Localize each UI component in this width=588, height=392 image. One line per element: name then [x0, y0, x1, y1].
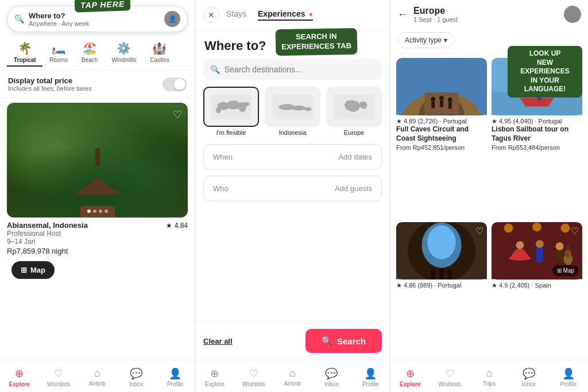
destination-search-bar[interactable]: 🔍 — [203, 59, 382, 80]
exp-rating-2: ★ 4.95 (4,040) · Portugal — [492, 118, 582, 125]
clear-all-button[interactable]: Clear all — [203, 337, 233, 346]
when-label: When — [213, 153, 233, 161]
when-value: Add dates — [338, 153, 372, 161]
svg-point-35 — [447, 269, 453, 275]
svg-point-31 — [430, 269, 436, 275]
wishlist-heart-4[interactable]: ♡ — [571, 226, 579, 236]
region-indonesia-label: Indonesia — [265, 129, 320, 136]
p3-explore-icon: ⊕ — [406, 367, 415, 380]
category-castles[interactable]: 🏰 Castles — [143, 39, 176, 67]
who-label: Who — [213, 184, 229, 193]
svg-point-8 — [292, 106, 306, 110]
panel3-bottom-nav: ⊕ Explore ♡ Wishlists ⌂ Trips 💬 Inbox 👤 … — [390, 360, 588, 392]
exp-image-3 — [396, 222, 487, 280]
tab-stays[interactable]: Stays — [226, 9, 246, 21]
map-button[interactable]: ⊞ Map — [11, 261, 55, 279]
beach-icon: 🏖️ — [83, 41, 97, 55]
search-btn-icon: 🔍 — [322, 336, 332, 346]
price-toggle-row: Display total price Includes all fees, b… — [0, 71, 195, 98]
p2-nav-inbox-label: Inbox — [324, 381, 338, 387]
price-toggle-switch[interactable] — [163, 77, 187, 91]
search-bottom-bar: Clear all 🔍 Search — [195, 321, 390, 360]
toggle-text: Display total price Includes all fees, b… — [8, 76, 92, 92]
p3-nav-wishlists[interactable]: ♡ Wishlists — [430, 365, 470, 390]
p2-nav-profile[interactable]: 👤 Profile — [351, 365, 390, 390]
p2-airbnb-icon: ⌂ — [289, 367, 296, 379]
europe-title: Europe — [413, 6, 558, 16]
wishlist-heart-button[interactable]: ♡ — [173, 108, 182, 121]
p2-nav-inbox[interactable]: 💬 Inbox — [312, 365, 351, 390]
svg-point-41 — [516, 241, 524, 249]
svg-point-45 — [556, 242, 564, 250]
p2-nav-profile-label: Profile — [362, 381, 378, 387]
nav-wishlists[interactable]: ♡ Wishlists — [39, 365, 78, 390]
nav-airbnb[interactable]: ⌂ Airbnb — [78, 365, 117, 390]
who-value: Add guests — [335, 184, 372, 193]
nav-wishlists-label: Wishlists — [47, 381, 69, 387]
region-indonesia[interactable]: Indonesia — [265, 87, 320, 136]
activity-type-label: Activity type — [405, 36, 442, 44]
search-button[interactable]: 🔍 Search — [305, 329, 382, 353]
when-row[interactable]: When Add dates — [203, 144, 382, 170]
p3-nav-airbnb[interactable]: ⌂ Trips — [470, 365, 509, 390]
svg-point-7 — [278, 104, 295, 110]
europe-map-svg — [334, 94, 374, 120]
regions-grid: I'm flexible Indonesia Euro — [195, 87, 390, 144]
category-tropical[interactable]: 🌴 Tropical — [7, 39, 42, 67]
region-europe-label: Europe — [326, 129, 382, 136]
who-row[interactable]: Who Add guests — [203, 176, 382, 201]
p3-inbox-icon: 💬 — [523, 367, 535, 380]
svg-point-40 — [560, 223, 570, 232]
p3-nav-inbox[interactable]: 💬 Inbox — [509, 365, 548, 390]
p2-nav-airbnb[interactable]: ⌂ Airbnb — [273, 365, 312, 390]
region-europe[interactable]: Europe — [326, 87, 382, 136]
category-rooms[interactable]: 🛏️ Rooms — [42, 39, 75, 67]
listing-host: Professional Host — [7, 230, 188, 238]
listing-header-row: Abiansemal, Indonesia ★ 4.84 — [7, 221, 188, 230]
p2-nav-explore[interactable]: ⊕ Explore — [195, 365, 234, 390]
search-in-experiences-badge: SEARCH INEXPERIENCES TAB — [276, 28, 358, 56]
category-tropical-label: Tropical — [14, 57, 36, 63]
map-icon: ⊞ — [21, 266, 27, 274]
p3-nav-profile-label: Profile — [560, 381, 576, 387]
back-button[interactable]: ← — [397, 9, 408, 21]
nav-explore[interactable]: ⊕ Explore — [0, 365, 39, 390]
listing-rating: ★ 4.84 — [166, 222, 188, 230]
experience-card-3[interactable]: ♡ ★ 4.86 (889) · Portugal — [396, 222, 487, 355]
nav-inbox-label: Inbox — [129, 381, 143, 387]
category-castles-label: Castles — [150, 57, 169, 63]
exp-map-button[interactable]: ⊞ Map — [552, 265, 579, 276]
p3-nav-explore[interactable]: ⊕ Explore — [390, 365, 430, 390]
exp-image-1 — [396, 58, 487, 115]
category-rooms-label: Rooms — [49, 57, 68, 63]
category-beach[interactable]: 🏖️ Beach — [75, 39, 105, 67]
avatar: 👤 — [164, 11, 180, 27]
close-button[interactable]: ✕ — [203, 7, 219, 23]
rooms-icon: 🛏️ — [52, 41, 66, 55]
category-beach-label: Beach — [82, 57, 98, 63]
category-windmills[interactable]: ⚙️ Windmills — [105, 39, 143, 67]
p2-wishlists-icon: ♡ — [249, 367, 258, 380]
svg-rect-34 — [440, 274, 443, 279]
p2-nav-wishlists[interactable]: ♡ Wishlists — [234, 365, 273, 390]
destination-search-input[interactable] — [225, 65, 375, 74]
p2-nav-wishlists-label: Wishlists — [242, 381, 265, 387]
panel-search: ✕ Stays Experiences ✦ SEARCH INEXPERIENC… — [195, 0, 390, 392]
experiences-badge: ✦ — [308, 11, 313, 18]
activity-type-button[interactable]: Activity type ▾ — [397, 32, 455, 48]
listing-dates: 9–14 Jan — [7, 238, 188, 246]
listing-info: Abiansemal, Indonesia ★ 4.84 Professiona… — [7, 218, 188, 259]
nav-inbox[interactable]: 💬 Inbox — [117, 365, 156, 390]
region-flexible[interactable]: I'm flexible — [203, 87, 259, 136]
experience-card-1[interactable]: ★ 4.89 (2,726) · Portugal Full Caves Cir… — [396, 58, 487, 218]
listing-name: Abiansemal, Indonesia — [7, 221, 88, 230]
wishlist-heart-3[interactable]: ♡ — [475, 226, 483, 236]
lookup-badge: LOOK UPNEW EXPERIENCESIN YOUR LANGUAGE! — [508, 46, 582, 98]
experience-card-4[interactable]: ♡ ⊞ Map ★ 4.9 (2,405) · Spain — [492, 222, 582, 355]
explore-icon: ⊕ — [15, 367, 24, 380]
tab-experiences[interactable]: Experiences ✦ — [258, 9, 313, 21]
p3-nav-profile[interactable]: 👤 Profile — [548, 365, 588, 390]
nav-profile[interactable]: 👤 Profile — [156, 365, 195, 390]
svg-point-4 — [243, 102, 250, 106]
p3-nav-wishlists-label: Wishlists — [438, 381, 461, 387]
